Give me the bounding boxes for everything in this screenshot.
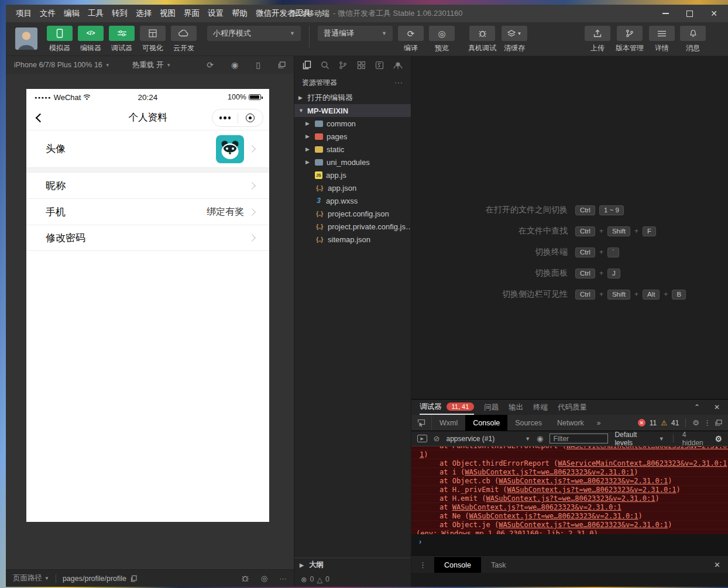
log-link[interactable]: WASubContext.js?t=we…80623323&v=2.31.0:1 — [469, 512, 638, 520]
close-icon[interactable]: ✕ — [710, 9, 717, 18]
menu-item[interactable]: 帮助 — [232, 8, 248, 19]
eye-icon[interactable]: ◎ — [261, 574, 267, 583]
tree-item[interactable]: {..}project.config.json — [294, 207, 411, 220]
tab-code-quality[interactable]: 代码质量 — [558, 403, 587, 412]
upload-button[interactable]: 上传 — [585, 26, 610, 53]
tree-item[interactable]: ▶pages — [294, 130, 411, 143]
back-icon[interactable] — [36, 113, 45, 122]
menu-item[interactable]: 设置 — [208, 8, 224, 19]
editor-toggle-button[interactable]: </> 编辑器 — [78, 26, 104, 53]
problems-summary[interactable]: ⊗ 0 △ 0 — [294, 572, 411, 587]
copy-icon[interactable] — [131, 575, 137, 582]
version-control-button[interactable]: 版本管理 — [616, 26, 644, 53]
exit-icon[interactable] — [238, 114, 263, 122]
eye-icon[interactable]: ◉ — [537, 434, 543, 443]
plugin-icon[interactable] — [375, 61, 384, 70]
record-icon[interactable]: ◉ — [231, 60, 238, 70]
menu-item[interactable]: 文件 — [40, 8, 56, 19]
collapse-icon[interactable]: ⌃ — [694, 403, 700, 411]
messages-button[interactable]: 消息 — [680, 26, 706, 53]
close-icon[interactable]: ✕ — [714, 403, 720, 411]
undock-icon[interactable] — [715, 419, 722, 426]
menu-item[interactable]: 视图 — [160, 8, 176, 19]
log-link[interactable]: WASubContext.js?t=we…80623323&v=2.31.0:1 — [507, 486, 677, 494]
more-icon[interactable]: ··· — [394, 78, 403, 87]
inspect-element-icon[interactable] — [411, 415, 432, 431]
mode-select[interactable]: 小程序模式 ▼ — [207, 26, 301, 41]
user-avatar[interactable] — [15, 27, 37, 50]
log-link[interactable]: WASubContext.js?t=we…80623323&v=2.31.0:1 — [452, 503, 621, 511]
tab-console[interactable]: Console — [465, 415, 507, 431]
minimize-icon[interactable] — [662, 13, 669, 14]
multi-window-icon[interactable] — [278, 61, 286, 68]
tree-item[interactable]: ▶static — [294, 143, 411, 156]
more-icon[interactable]: ··· — [279, 574, 287, 583]
git-branch-icon[interactable] — [339, 61, 347, 70]
more-tabs-icon[interactable]: » — [592, 419, 606, 427]
clear-console-icon[interactable]: ⊘ — [434, 434, 440, 443]
filter-input[interactable] — [550, 434, 608, 443]
close-icon[interactable]: ✕ — [714, 561, 728, 569]
log-link[interactable]: WASubContext.js?t=we…80623323&v=2.31.0:1 — [465, 468, 634, 476]
kebab-menu-icon[interactable]: ⋮ — [411, 561, 434, 569]
device-debug-button[interactable]: 真机调试 — [468, 26, 496, 53]
clear-cache-button[interactable]: ▼ 清缓存 — [502, 26, 527, 53]
kebab-menu-icon[interactable]: ⋮ — [703, 418, 711, 427]
more-icon[interactable] — [212, 116, 238, 119]
gear-icon[interactable]: ⚙ — [692, 418, 699, 427]
compile-button[interactable]: ⟳ 编译 — [398, 26, 424, 53]
profile-row-nickname[interactable]: 昵称 — [26, 172, 269, 198]
tree-item[interactable]: {..}app.json — [294, 181, 411, 194]
cloud-dev-button[interactable]: 云开发 — [171, 26, 197, 53]
simulator-toggle-button[interactable]: 模拟器 — [47, 26, 73, 53]
tab-wxml[interactable]: Wxml — [432, 415, 465, 431]
bug-icon[interactable] — [241, 575, 249, 582]
maximize-icon[interactable] — [686, 11, 693, 17]
tab-network[interactable]: Network — [550, 415, 592, 431]
tab-debugger[interactable]: 调试器 11, 41 — [420, 400, 474, 415]
tab-output[interactable]: 输出 — [509, 403, 523, 412]
tab-sources[interactable]: Sources — [507, 415, 550, 431]
gear-icon[interactable]: ⚙ — [715, 434, 722, 443]
log-link[interactable]: WAServiceMainContext…80623323&v=2.31.0:1 — [558, 459, 727, 467]
menu-item[interactable]: 项目 — [16, 8, 32, 19]
profile-row-avatar[interactable]: 头像 — [26, 130, 269, 167]
tree-item[interactable]: {..}project.private.config.js… — [294, 220, 411, 233]
menu-item[interactable]: 工具 — [88, 8, 104, 19]
log-link[interactable]: WAServiceMainContext…80623323&v=2.31.0: — [566, 446, 728, 450]
menu-item[interactable]: 转到 — [112, 8, 128, 19]
context-select[interactable]: appservice (#1) ▼ — [446, 435, 530, 443]
extensions-icon[interactable] — [357, 61, 366, 70]
device-select[interactable]: iPhone 6/7/8 Plus 100% 16 ▼ — [14, 61, 110, 69]
tab-problems[interactable]: 问题 — [484, 403, 499, 412]
drawer-tab-task[interactable]: Task — [481, 557, 516, 573]
visualization-button[interactable]: 可视化 — [140, 26, 166, 53]
log-link[interactable]: WASubContext.js?t=we…80623323&v=2.31.0:1 — [486, 494, 655, 503]
tab-terminal[interactable]: 终端 — [533, 403, 548, 412]
tree-item[interactable]: 3app.wxss — [294, 194, 411, 207]
files-icon[interactable] — [303, 60, 311, 70]
compile-mode-select[interactable]: 普通编译 ▼ — [318, 26, 393, 41]
tree-item[interactable]: ▶uni_modules — [294, 156, 411, 169]
path-mode-select[interactable]: 页面路径 ▼ — [13, 573, 49, 583]
log-link[interactable]: WASubContext.js?t=we…80623323&v=2.31.0:1 — [499, 521, 668, 529]
sidebar-toggle-icon[interactable]: ▶ — [417, 435, 427, 442]
preview-button[interactable]: ◎ 预览 — [429, 26, 455, 53]
log-levels-select[interactable]: Default levels ▼ — [614, 431, 664, 447]
log-link[interactable]: WASubContext.js?t=we…80623323&v=2.31.0:1 — [499, 477, 668, 485]
rotate-icon[interactable]: ⟳ — [207, 60, 214, 70]
open-editors-section[interactable]: ▶ 打开的编辑器 — [294, 91, 411, 104]
menu-item[interactable]: 选择 — [136, 8, 152, 19]
tree-item[interactable]: ▶common — [294, 117, 411, 130]
octopus-icon[interactable] — [393, 61, 403, 69]
profile-row-password[interactable]: 修改密码 — [26, 225, 269, 251]
debugger-toggle-button[interactable]: 调试器 — [109, 26, 135, 53]
tree-item[interactable]: {..}sitemap.json — [294, 233, 411, 246]
console-prompt[interactable]: › — [411, 534, 728, 557]
outline-section[interactable]: ▶ 大纲 — [294, 558, 411, 572]
details-button[interactable]: 详情 — [649, 26, 675, 53]
search-icon[interactable] — [321, 61, 329, 70]
device-frame-icon[interactable]: ▯ — [256, 60, 260, 70]
project-root-section[interactable]: ▼ MP-WEIXIN — [294, 104, 411, 117]
tree-item[interactable]: JSapp.js — [294, 169, 411, 181]
